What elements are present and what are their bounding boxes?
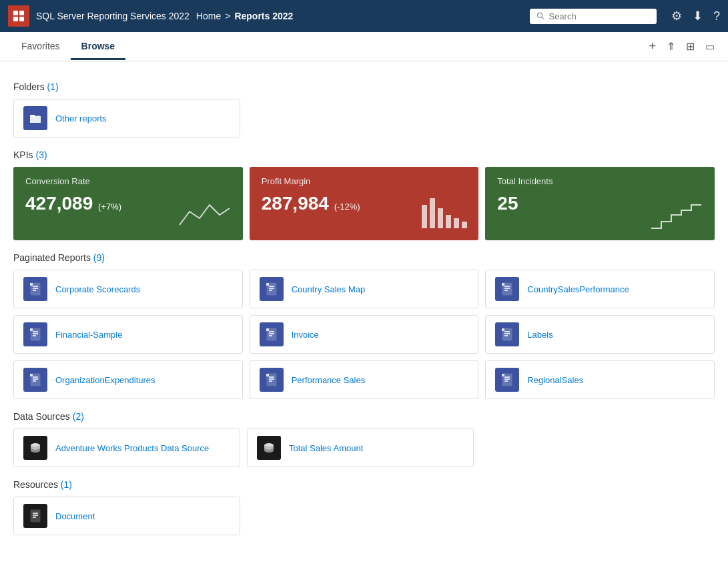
report-performance-sales[interactable]: Performance Sales [250, 360, 479, 399]
help-icon[interactable]: ? [713, 9, 720, 23]
report-label: RegionalSales [527, 375, 583, 385]
svg-rect-12 [446, 215, 451, 228]
svg-rect-13 [454, 218, 459, 228]
kpis-grid: Conversion Rate 427,089 (+7%) Profit Mar… [13, 167, 715, 240]
report-corporate-scorecards[interactable]: Corporate Scorecards [13, 270, 243, 308]
resource-icon [23, 504, 47, 528]
datasource-total-sales[interactable]: Total Sales Amount [247, 428, 474, 467]
svg-rect-9 [422, 205, 427, 228]
kpi-line-chart [176, 198, 236, 234]
report-country-sales-map[interactable]: Country Sales Map [250, 270, 479, 308]
svg-rect-44 [502, 328, 504, 331]
breadcrumb-current: Reports 2022 [234, 11, 293, 21]
kpi-conversion-rate[interactable]: Conversion Rate 427,089 (+7%) [13, 167, 243, 240]
svg-line-5 [542, 17, 544, 19]
report-icon [260, 277, 284, 301]
report-label: OrganizationExpenditures [55, 375, 155, 385]
tile-view-button[interactable]: ⊞ [683, 37, 697, 55]
svg-rect-2 [13, 17, 18, 21]
resources-grid: Document [13, 497, 715, 535]
svg-rect-0 [13, 11, 18, 15]
new-button[interactable]: + [646, 37, 659, 56]
svg-rect-8 [30, 115, 35, 117]
report-icon [495, 322, 519, 346]
report-label: Corporate Scorecards [55, 284, 140, 294]
svg-rect-62 [31, 510, 40, 522]
kpi-profit-margin[interactable]: Profit Margin 287,984 (-12%) [250, 167, 479, 240]
folder-icon [23, 106, 47, 130]
folder-label: Other reports [55, 113, 107, 123]
report-labels[interactable]: Labels [485, 315, 715, 354]
report-label: Labels [527, 330, 553, 340]
settings-icon[interactable]: ⚙ [671, 9, 682, 23]
resource-document[interactable]: Document [13, 497, 240, 535]
report-regional-sales[interactable]: RegionalSales [485, 360, 715, 399]
search-input[interactable] [549, 11, 650, 21]
svg-rect-49 [30, 374, 33, 376]
datasource-icon [257, 436, 281, 460]
svg-rect-10 [430, 198, 435, 228]
report-label: CountrySalesPerformance [527, 284, 629, 294]
datasource-icon [23, 436, 47, 460]
svg-point-61 [264, 443, 274, 447]
tab-favorites[interactable]: Favorites [11, 34, 71, 60]
datasource-label: Adventure Works Products Data Source [55, 443, 209, 453]
svg-rect-19 [30, 283, 33, 286]
kpi-bar-chart [418, 195, 472, 234]
paginated-reports-grid: Corporate Scorecards Country Sales Map [13, 270, 715, 399]
breadcrumb-home[interactable]: Home [196, 11, 221, 21]
kpi-title: Profit Margin [262, 176, 467, 186]
app-logo [8, 5, 29, 27]
report-icon [23, 368, 47, 392]
svg-rect-29 [502, 283, 504, 286]
report-label: Country Sales Map [292, 284, 366, 294]
search-box[interactable] [530, 9, 657, 24]
kpi-title: Conversion Rate [25, 176, 231, 186]
svg-rect-11 [438, 208, 443, 228]
report-label: Financial-Sample [55, 330, 122, 340]
svg-rect-59 [502, 374, 504, 376]
resource-label: Document [55, 511, 95, 521]
header-actions: ⚙ ⬇ ? [671, 9, 720, 23]
svg-rect-24 [266, 283, 269, 286]
tabbar-actions: + ⇑ ⊞ ▭ [646, 37, 717, 56]
svg-rect-54 [266, 374, 269, 376]
datasource-label: Total Sales Amount [289, 443, 363, 453]
report-label: Performance Sales [292, 375, 366, 385]
data-sources-grid: Adventure Works Products Data Source Tot… [13, 428, 715, 467]
svg-rect-3 [19, 17, 24, 21]
svg-rect-39 [266, 328, 269, 331]
report-country-sales-performance[interactable]: CountrySalesPerformance [485, 270, 715, 308]
report-icon [260, 322, 284, 346]
svg-rect-34 [30, 328, 33, 331]
report-financial-sample[interactable]: Financial-Sample [13, 315, 243, 354]
folders-grid: Other reports [13, 99, 715, 137]
svg-point-4 [538, 13, 542, 17]
svg-point-60 [31, 443, 40, 447]
main-content: Folders (1) Other reports KPIs (3) Conve… [0, 61, 728, 546]
download-icon[interactable]: ⬇ [693, 9, 703, 23]
report-label: Invoice [292, 330, 319, 340]
tab-bar: Favorites Browse + ⇑ ⊞ ▭ [0, 32, 728, 61]
detail-view-button[interactable]: ▭ [703, 38, 717, 55]
tab-browse[interactable]: Browse [71, 34, 126, 60]
datasource-adventure-works[interactable]: Adventure Works Products Data Source [13, 428, 240, 467]
upload-button[interactable]: ⇑ [664, 37, 678, 55]
report-icon [260, 368, 284, 392]
folder-other-reports[interactable]: Other reports [13, 99, 240, 137]
search-icon [536, 11, 544, 21]
report-invoice[interactable]: Invoice [250, 315, 479, 354]
kpi-step-chart [648, 198, 708, 234]
report-icon [23, 322, 47, 346]
resources-section-title: Resources (1) [13, 479, 715, 490]
svg-rect-1 [19, 11, 24, 15]
report-icon [23, 277, 47, 301]
kpi-total-incidents[interactable]: Total Incidents 25 [485, 167, 715, 240]
kpis-section-title: KPIs (3) [13, 150, 715, 160]
report-icon [495, 277, 519, 301]
kpi-title: Total Incidents [497, 176, 703, 186]
paginated-reports-section-title: Paginated Reports (9) [13, 252, 715, 263]
report-organization-expenditures[interactable]: OrganizationExpenditures [13, 360, 243, 399]
folders-section-title: Folders (1) [13, 81, 715, 92]
svg-rect-14 [462, 222, 467, 228]
